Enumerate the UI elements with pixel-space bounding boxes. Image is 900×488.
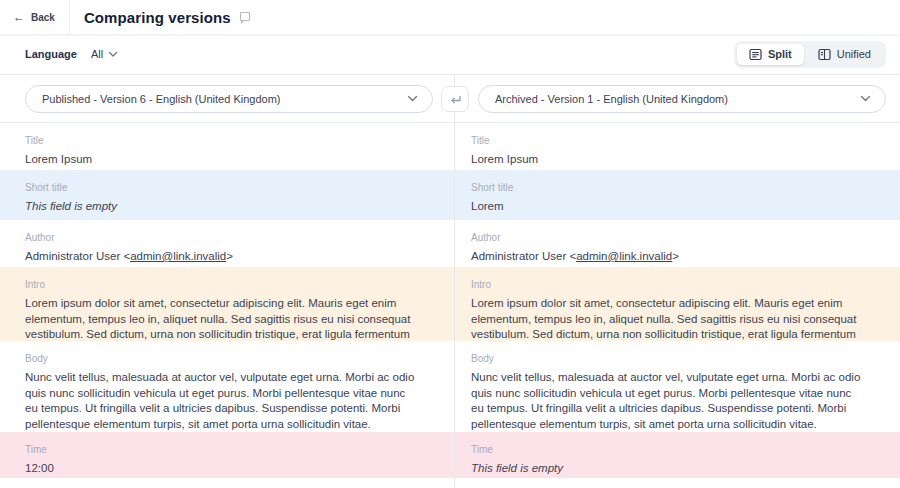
unified-view-label: Unified xyxy=(837,48,871,60)
back-label: Back xyxy=(31,12,55,23)
field-label: Title xyxy=(471,135,876,146)
author-name: Administrator User < xyxy=(471,250,576,262)
chevron-down-icon xyxy=(108,51,118,58)
right-version-dropdown[interactable]: Archived - Version 1 - English (United K… xyxy=(478,85,886,113)
field-value: Lorem Ipsum xyxy=(471,152,863,168)
header-divider xyxy=(69,0,70,34)
short-title-right-cell: Short title Lorem xyxy=(455,170,900,220)
field-value: Administrator User <admin@link.invalid> xyxy=(471,249,863,265)
right-version-value: Archived - Version 1 - English (United K… xyxy=(495,93,728,105)
field-row-time: Time 12:00 Time This field is empty xyxy=(0,432,900,478)
back-button[interactable]: ← Back xyxy=(0,0,69,34)
field-row-intro: Intro Lorem ipsum dolor sit amet, consec… xyxy=(0,267,900,341)
unified-view-icon xyxy=(818,48,831,61)
field-row-body: Body Nunc velit tellus, malesuada at auc… xyxy=(0,341,900,432)
field-value: 12:00 xyxy=(25,461,417,477)
author-left-cell: Author Administrator User <admin@link.in… xyxy=(0,220,455,267)
field-value-empty: This field is empty xyxy=(25,199,417,215)
field-label: Author xyxy=(471,232,876,243)
author-right-cell: Author Administrator User <admin@link.in… xyxy=(455,220,900,267)
language-label: Language xyxy=(25,48,77,60)
compare-versions-page: ← Back Comparing versions Language All xyxy=(0,0,900,488)
field-label: Author xyxy=(25,232,431,243)
author-email-link[interactable]: admin@link.invalid xyxy=(576,250,672,262)
field-label: Short title xyxy=(471,182,876,193)
split-view-button[interactable]: Split xyxy=(737,44,804,65)
field-row-title: Title Lorem Ipsum Title Lorem Ipsum xyxy=(0,123,900,170)
version-picker-row: Published - Version 6 - English (United … xyxy=(0,75,900,123)
body-left-cell: Body Nunc velit tellus, malesuada at auc… xyxy=(0,341,455,432)
field-value: Lorem xyxy=(471,199,863,215)
chevron-down-icon xyxy=(860,95,871,103)
column-divider xyxy=(454,75,455,488)
field-label: Body xyxy=(25,353,431,364)
swap-arrow-icon xyxy=(449,94,462,105)
field-label: Time xyxy=(25,444,431,455)
body-right-cell: Body Nunc velit tellus, malesuada at auc… xyxy=(455,341,900,432)
field-label: Title xyxy=(25,135,431,146)
language-group: Language All xyxy=(25,48,118,60)
author-suffix: > xyxy=(672,250,679,262)
view-mode-toggle: Split Unified xyxy=(734,41,886,68)
field-value-empty: This field is empty xyxy=(471,461,863,477)
title-right-cell: Title Lorem Ipsum xyxy=(455,123,900,170)
left-version-dropdown[interactable]: Published - Version 6 - English (United … xyxy=(25,85,433,113)
time-right-cell: Time This field is empty xyxy=(455,432,900,478)
header: ← Back Comparing versions xyxy=(0,0,900,34)
field-value: Administrator User <admin@link.invalid> xyxy=(25,249,417,265)
split-view-icon xyxy=(749,48,762,61)
filler-row xyxy=(0,478,900,488)
back-arrow-icon: ← xyxy=(13,11,25,23)
field-label: Body xyxy=(471,353,876,364)
field-label: Intro xyxy=(471,279,876,290)
unified-view-button[interactable]: Unified xyxy=(806,44,883,65)
short-title-left-cell: Short title This field is empty xyxy=(0,170,455,220)
compare-content: Published - Version 6 - English (United … xyxy=(0,75,900,488)
chevron-down-icon xyxy=(407,95,418,103)
author-name: Administrator User < xyxy=(25,250,130,262)
field-rows: Title Lorem Ipsum Title Lorem Ipsum Shor… xyxy=(0,123,900,488)
comment-bubble-icon xyxy=(238,11,251,24)
toolbar: Language All Split xyxy=(0,34,900,75)
field-label: Short title xyxy=(25,182,431,193)
intro-right-cell: Intro Lorem ipsum dolor sit amet, consec… xyxy=(455,267,900,341)
language-value: All xyxy=(91,48,103,60)
time-left-cell: Time 12:00 xyxy=(0,432,455,478)
field-label: Time xyxy=(471,444,876,455)
title-left-cell: Title Lorem Ipsum xyxy=(0,123,455,170)
author-email-link[interactable]: admin@link.invalid xyxy=(130,250,226,262)
language-select[interactable]: All xyxy=(91,48,118,60)
split-view-label: Split xyxy=(768,48,792,60)
field-row-short-title: Short title This field is empty Short ti… xyxy=(0,170,900,220)
swap-versions-button[interactable] xyxy=(441,86,469,112)
left-version-value: Published - Version 6 - English (United … xyxy=(42,93,280,105)
author-suffix: > xyxy=(226,250,233,262)
page-title: Comparing versions xyxy=(84,9,231,26)
intro-left-cell: Intro Lorem ipsum dolor sit amet, consec… xyxy=(0,267,455,341)
field-label: Intro xyxy=(25,279,431,290)
field-row-author: Author Administrator User <admin@link.in… xyxy=(0,220,900,267)
field-value: Lorem Ipsum xyxy=(25,152,417,168)
